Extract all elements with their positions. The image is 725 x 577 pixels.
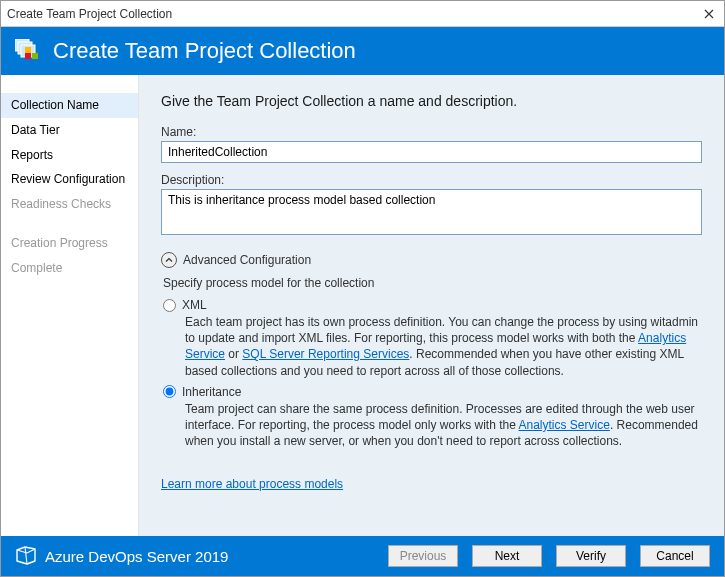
page-heading: Give the Team Project Collection a name … [161,93,702,109]
name-label: Name: [161,125,702,139]
step-collection-name[interactable]: Collection Name [1,93,138,118]
description-label: Description: [161,173,702,187]
svg-rect-5 [25,47,31,53]
step-reports[interactable]: Reports [1,143,138,168]
close-icon[interactable] [700,5,718,23]
collections-icon [15,37,43,65]
window-title: Create Team Project Collection [7,7,700,21]
radio-xml-label: XML [182,298,207,312]
radio-inheritance-label: Inheritance [182,385,241,399]
radio-inheritance[interactable] [163,385,176,398]
footer-brand-text: Azure DevOps Server 2019 [45,548,228,565]
step-creation-progress: Creation Progress [1,231,138,256]
advanced-subtitle: Specify process model for the collection [163,276,702,290]
step-data-tier[interactable]: Data Tier [1,118,138,143]
inheritance-description: Team project can share the same process … [185,401,702,450]
step-complete: Complete [1,256,138,281]
link-learn-more[interactable]: Learn more about process models [161,477,343,491]
radio-xml[interactable] [163,299,176,312]
svg-rect-4 [32,53,38,59]
advanced-configuration-label: Advanced Configuration [183,253,311,267]
cancel-button[interactable]: Cancel [640,545,710,567]
verify-button[interactable]: Verify [556,545,626,567]
next-button[interactable]: Next [472,545,542,567]
previous-button[interactable]: Previous [388,545,458,567]
link-analytics-service-inheritance[interactable]: Analytics Service [519,418,610,432]
titlebar: Create Team Project Collection [1,1,724,27]
step-readiness-checks: Readiness Checks [1,192,138,217]
name-input[interactable] [161,141,702,163]
xml-description: Each team project has its own process de… [185,314,702,379]
step-review-configuration[interactable]: Review Configuration [1,167,138,192]
header-title: Create Team Project Collection [53,38,356,64]
chevron-up-icon [161,252,177,268]
advanced-configuration-toggle[interactable]: Advanced Configuration [161,252,702,268]
description-input[interactable]: This is inheritance process model based … [161,189,702,235]
wizard-main: Give the Team Project Collection a name … [139,75,724,536]
link-ssrs[interactable]: SQL Server Reporting Services [242,347,409,361]
svg-rect-3 [25,53,31,59]
wizard-sidebar: Collection Name Data Tier Reports Review… [1,75,139,536]
wizard-footer: Azure DevOps Server 2019 Previous Next V… [1,536,724,576]
azure-devops-logo-icon [15,544,37,569]
wizard-header: Create Team Project Collection [1,27,724,75]
